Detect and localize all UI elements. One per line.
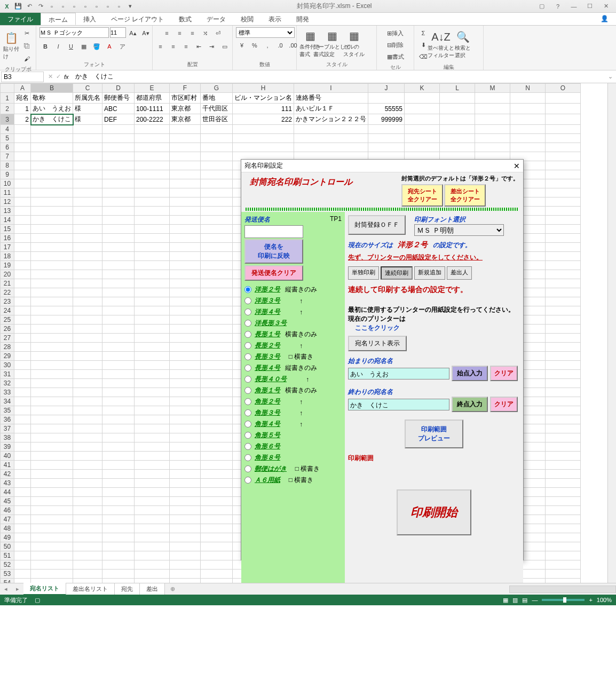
cell[interactable]: [170, 297, 201, 306]
tab-home[interactable]: ホーム: [41, 13, 76, 25]
env-type-label[interactable]: 角形２号: [255, 397, 280, 406]
col-header[interactable]: O: [546, 84, 581, 93]
cell[interactable]: [546, 216, 581, 225]
cell[interactable]: [170, 161, 201, 170]
cell[interactable]: [102, 161, 135, 170]
cell[interactable]: [135, 515, 170, 524]
cell[interactable]: [170, 415, 201, 424]
cell[interactable]: [14, 542, 31, 551]
cell[interactable]: 2: [14, 114, 31, 125]
cell[interactable]: [170, 234, 201, 243]
cell[interactable]: [201, 506, 233, 515]
cell[interactable]: [14, 370, 31, 379]
col-header[interactable]: H: [233, 84, 294, 93]
cell[interactable]: [73, 470, 102, 479]
cell[interactable]: [73, 479, 102, 488]
row-header[interactable]: 42: [1, 470, 14, 479]
cell[interactable]: [201, 370, 233, 379]
cell[interactable]: [135, 379, 170, 388]
env-radio[interactable]: [244, 421, 251, 428]
cell[interactable]: 様: [73, 104, 102, 114]
row-header[interactable]: 16: [1, 234, 14, 243]
start-input-button[interactable]: 始点入力: [452, 366, 488, 381]
cell[interactable]: [170, 225, 201, 234]
enter-fx-icon[interactable]: ✓: [56, 73, 61, 80]
cell[interactable]: 200-2222: [135, 114, 170, 125]
cell[interactable]: [170, 361, 201, 370]
cell[interactable]: [31, 270, 73, 279]
cell[interactable]: [135, 288, 170, 297]
row-header[interactable]: 46: [1, 506, 14, 515]
cell-style-button[interactable]: ▦セルの スタイル: [344, 28, 364, 60]
cell[interactable]: [170, 125, 201, 134]
cell[interactable]: [102, 515, 135, 524]
row-header[interactable]: 45: [1, 497, 14, 506]
cell[interactable]: [135, 234, 170, 243]
cell[interactable]: [73, 334, 102, 343]
indent-dec-icon[interactable]: ⇤: [193, 41, 205, 52]
cell[interactable]: [14, 179, 31, 188]
cell[interactable]: [546, 506, 581, 515]
cell[interactable]: [546, 252, 581, 261]
cell[interactable]: DEF: [102, 114, 135, 125]
cell[interactable]: [201, 170, 233, 179]
cell[interactable]: [135, 542, 170, 551]
row-header[interactable]: 5: [1, 134, 14, 143]
cell[interactable]: [102, 170, 135, 179]
align-left-icon[interactable]: ≡: [155, 41, 167, 52]
cell[interactable]: [546, 524, 581, 533]
cell[interactable]: [102, 533, 135, 542]
cell[interactable]: [201, 234, 233, 243]
cell[interactable]: [405, 125, 440, 134]
cell[interactable]: [31, 352, 73, 361]
tab-insert[interactable]: 挿入: [76, 13, 104, 25]
cell[interactable]: [546, 551, 581, 560]
sort-filter-button[interactable]: A↓Z並べ替えと フィルター: [431, 29, 451, 61]
cell[interactable]: [201, 125, 233, 134]
cell[interactable]: [102, 297, 135, 306]
format-cells-button[interactable]: ▦ 書式: [380, 51, 412, 62]
row-header[interactable]: 17: [1, 243, 14, 252]
cell[interactable]: [102, 152, 135, 161]
cell[interactable]: [31, 388, 73, 397]
cell[interactable]: [14, 279, 31, 288]
cell[interactable]: [135, 397, 170, 406]
row-header[interactable]: 54: [1, 579, 14, 583]
cell[interactable]: [475, 104, 510, 114]
cell[interactable]: [170, 270, 201, 279]
cell[interactable]: [14, 551, 31, 560]
cell[interactable]: [405, 134, 440, 143]
cell[interactable]: [14, 334, 31, 343]
env-type-label[interactable]: 角形４号: [255, 420, 280, 429]
cell[interactable]: [31, 343, 73, 352]
cell[interactable]: [102, 306, 135, 315]
copy-icon[interactable]: ⿻: [21, 40, 33, 52]
cell[interactable]: 市区町村: [170, 93, 201, 104]
cell[interactable]: [546, 560, 581, 570]
end-clear-button[interactable]: クリア: [490, 397, 518, 412]
cell[interactable]: [201, 270, 233, 279]
minimize-icon[interactable]: —: [566, 1, 582, 12]
cell[interactable]: [170, 551, 201, 560]
indent-inc-icon[interactable]: ⇥: [206, 41, 218, 52]
align-top-icon[interactable]: ≡: [161, 27, 173, 39]
cell[interactable]: [31, 506, 73, 515]
cell[interactable]: [73, 461, 102, 470]
cell[interactable]: [201, 579, 233, 583]
cell[interactable]: 様: [73, 114, 102, 125]
col-header[interactable]: I: [294, 84, 368, 93]
cell[interactable]: [368, 143, 405, 152]
align-mid-icon[interactable]: ≡: [174, 27, 186, 39]
qat-btn[interactable]: ▫: [58, 2, 68, 11]
fx-icon[interactable]: fx: [64, 74, 69, 80]
printer-link[interactable]: ここをクリック: [355, 324, 400, 331]
formula-input[interactable]: [72, 72, 605, 82]
cell[interactable]: [73, 315, 102, 325]
cell[interactable]: [546, 225, 581, 234]
cell[interactable]: [546, 533, 581, 542]
format-painter-icon[interactable]: 🖌: [21, 53, 33, 65]
cell[interactable]: [73, 388, 102, 397]
border-icon[interactable]: ▦: [78, 41, 90, 52]
cell[interactable]: [201, 288, 233, 297]
env-radio[interactable]: [244, 443, 251, 450]
